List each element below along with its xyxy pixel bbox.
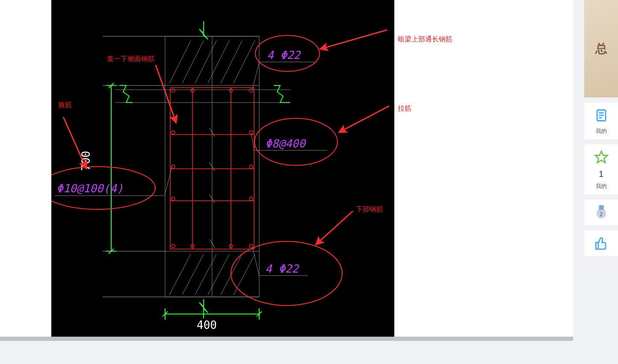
svg-line-15 [208, 254, 229, 295]
svg-point-40 [172, 131, 175, 134]
document-icon [593, 107, 610, 124]
svg-line-74 [156, 65, 176, 123]
svg-point-50 [172, 244, 175, 248]
svg-line-6 [208, 41, 229, 83]
svg-line-17 [234, 254, 255, 295]
sidebar-star-label: 我的 [596, 182, 607, 190]
svg-line-12 [169, 254, 191, 295]
bottom-rebar-text: 4 Φ22 [265, 262, 300, 275]
sidebar-rank-number: 1 [599, 169, 603, 179]
badge-number: 2 [600, 211, 603, 217]
annot-top-continuous: 暗梁上部通长钢筋 [398, 35, 452, 44]
svg-line-70 [320, 30, 387, 49]
top-rebar-text: 4 Φ22 [267, 49, 302, 62]
annot-stirrup: 箍筋 [58, 101, 72, 110]
sidebar-card-star[interactable]: 1 我的 [584, 144, 618, 194]
main-content: 4 Φ22 Φ8@400 4 Φ22 Φ10@100(4) 700 400 [0, 0, 573, 338]
annot-bottom: 下部钢筋 [356, 205, 383, 214]
tie-bar-text: Φ8@400 [265, 137, 306, 150]
sidebar-card-doc[interactable]: 我的 [584, 103, 618, 139]
sidebar-card-like[interactable] [584, 230, 618, 256]
sidebar-widgets: 总 我的 1 我的 2 [584, 0, 618, 364]
svg-line-4 [182, 41, 204, 83]
svg-line-72 [316, 211, 353, 245]
svg-line-8 [234, 41, 255, 83]
svg-line-71 [339, 106, 389, 132]
svg-line-73 [63, 117, 86, 169]
svg-line-65 [165, 167, 172, 196]
footer-separator [0, 337, 573, 341]
svg-line-13 [182, 254, 204, 295]
svg-point-45 [249, 197, 253, 200]
sidebar-promo-card[interactable]: 总 [584, 0, 618, 97]
cad-svg: 4 Φ22 Φ8@400 4 Φ22 Φ10@100(4) 700 400 [51, 0, 394, 337]
svg-point-46 [172, 89, 175, 92]
svg-marker-79 [595, 151, 607, 163]
svg-rect-81 [599, 205, 603, 210]
svg-point-43 [249, 165, 253, 168]
annot-tie: 拉筋 [398, 104, 411, 113]
star-icon [593, 149, 610, 166]
svg-line-3 [169, 41, 191, 83]
svg-line-14 [195, 254, 216, 295]
svg-point-44 [172, 197, 175, 200]
svg-point-41 [249, 131, 253, 134]
annot-side-rebar: 查一下侧面钢筋 [107, 55, 155, 64]
cad-diagram: 4 Φ22 Φ8@400 4 Φ22 Φ10@100(4) 700 400 [51, 0, 394, 337]
svg-rect-82 [596, 243, 598, 250]
svg-line-61 [251, 135, 254, 150]
sidebar-doc-label: 我的 [596, 127, 607, 135]
thumbs-up-icon [593, 235, 610, 252]
dim-horizontal: 400 [197, 319, 217, 332]
promo-text: 总 [595, 41, 607, 57]
svg-line-5 [195, 41, 216, 83]
stirrup-text: Φ10@100(4) [56, 182, 124, 195]
svg-line-7 [221, 41, 242, 83]
svg-point-42 [172, 165, 175, 168]
sidebar-card-badge[interactable]: 2 [584, 200, 618, 225]
medal-icon: 2 [593, 204, 610, 221]
